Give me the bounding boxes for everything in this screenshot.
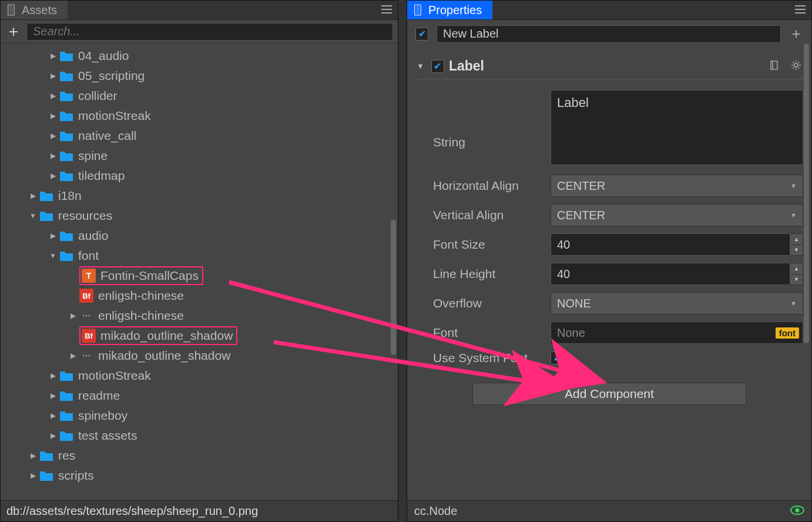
prop-lineheight-row: Line Height ▲ ▼ <box>415 263 803 285</box>
halign-dropdown[interactable]: CENTER ▼ <box>551 175 803 197</box>
caret-icon: ▶ <box>49 431 57 440</box>
tree-item[interactable]: ▶native_call <box>1 126 398 146</box>
gear-icon[interactable] <box>790 59 802 73</box>
tree-item[interactable]: ▶test assets <box>1 426 398 446</box>
caret-icon: ▶ <box>49 392 57 400</box>
lineheight-input[interactable] <box>551 263 790 285</box>
component-caret-icon: ▼ <box>417 62 424 71</box>
tree-item[interactable]: ▶tiledmap <box>1 166 398 186</box>
caret-icon: ▶ <box>49 152 57 160</box>
tree-item[interactable]: ▶readme <box>1 386 398 406</box>
tree-item[interactable]: ▶res <box>1 446 398 466</box>
tree-item-label: enligsh-chinese <box>98 309 184 323</box>
folder-icon <box>39 210 53 222</box>
properties-body: ✔ + ▼ ✔ Label String Horizontal <box>407 20 811 500</box>
component-header[interactable]: ▼ ✔ Label <box>415 55 803 79</box>
tree-item[interactable]: Bfenligsh-chinese <box>1 286 398 306</box>
lineheight-up[interactable]: ▲ <box>790 263 803 275</box>
valign-dropdown[interactable]: CENTER ▼ <box>551 204 803 226</box>
properties-scrollbar[interactable] <box>804 44 809 343</box>
caret-icon: ▶ <box>29 451 37 460</box>
tree-item-label: mikado_outline_shadow <box>98 349 230 363</box>
add-component-button[interactable]: Add Component <box>472 383 746 405</box>
use-system-font-checkbox[interactable]: ✔ <box>551 352 563 364</box>
node-enabled-checkbox[interactable]: ✔ <box>415 28 428 41</box>
fontsize-down[interactable]: ▼ <box>790 245 803 256</box>
assets-tab-label: Assets <box>22 4 57 17</box>
tree-item-label: resources <box>58 209 112 223</box>
fontsize-spinner: ▲ ▼ <box>551 233 803 256</box>
tree-item-label: scripts <box>58 469 94 483</box>
folder-icon <box>59 90 73 102</box>
caret-icon: ▶ <box>69 352 77 360</box>
lineheight-spinner: ▲ ▼ <box>551 263 803 285</box>
tree-item[interactable]: ▶motionStreak <box>1 106 398 126</box>
tree-item[interactable]: Bfmikado_outline_shadow <box>1 326 398 346</box>
chevron-down-icon: ▼ <box>790 300 797 307</box>
assets-tab-bar: Assets <box>1 1 398 20</box>
node-name-input[interactable] <box>437 25 781 43</box>
text-icon: ⋯ <box>79 309 93 323</box>
eye-icon[interactable] <box>790 504 804 518</box>
tree-item[interactable]: ▶i18n <box>1 186 398 206</box>
overflow-value: NONE <box>557 297 591 310</box>
node-name-row: ✔ + <box>415 25 803 43</box>
help-icon[interactable] <box>769 59 781 73</box>
properties-menu-icon[interactable] <box>794 4 807 17</box>
prop-font-label: Font <box>433 326 551 340</box>
folder-icon <box>39 190 53 202</box>
tree-item[interactable]: ▶04_audio <box>1 46 398 66</box>
tree-item[interactable]: ▶spine <box>1 146 398 166</box>
prop-usesys-row: Use System Font ✔ <box>415 351 803 365</box>
overflow-dropdown[interactable]: NONE ▼ <box>551 292 803 314</box>
tree-item[interactable]: ▶audio <box>1 226 398 246</box>
folder-icon <box>59 50 73 62</box>
tree-item[interactable]: ▶collider <box>1 86 398 106</box>
tree-item-label: res <box>58 449 75 463</box>
tree-item[interactable]: ▼font <box>1 246 398 266</box>
tree-item[interactable]: TFontin-SmallCaps <box>1 266 398 286</box>
tree-item[interactable]: ▶05_scripting <box>1 66 398 86</box>
tree-item-label: enligsh-chinese <box>98 289 184 303</box>
add-component-label: Add Component <box>565 387 654 401</box>
prop-fontsize-row: Font Size ▲ ▼ <box>415 233 803 256</box>
properties-tab[interactable]: Properties <box>407 1 492 19</box>
prop-string-label: String <box>433 108 551 149</box>
search-input[interactable] <box>26 23 393 41</box>
fontsize-spinner-btns: ▲ ▼ <box>790 233 803 256</box>
fontsize-up[interactable]: ▲ <box>790 234 803 245</box>
lineheight-down[interactable]: ▼ <box>790 275 803 285</box>
tree-item-label: Fontin-SmallCaps <box>100 269 199 283</box>
text-icon: ⋯ <box>79 349 93 363</box>
tree-item-label: i18n <box>58 189 82 203</box>
caret-icon: ▶ <box>69 312 77 320</box>
tree-item[interactable]: ▶motionStreak <box>1 366 398 386</box>
tree-item-label: 04_audio <box>78 49 129 63</box>
prop-overflow-label: Overflow <box>433 296 551 310</box>
folder-icon <box>59 110 73 122</box>
svg-point-16 <box>794 63 798 67</box>
assets-menu-icon[interactable] <box>380 4 393 17</box>
caret-icon: ▶ <box>49 411 57 420</box>
bmfont-icon: Bf <box>79 289 93 303</box>
string-textarea[interactable] <box>551 90 803 165</box>
fontsize-input[interactable] <box>551 233 790 256</box>
tree-item[interactable]: ▼resources <box>1 206 398 226</box>
properties-panel: Properties ✔ + ▼ ✔ Label <box>407 0 812 522</box>
assets-tree: ▶04_audio▶05_scripting▶collider▶motionSt… <box>1 44 398 500</box>
assets-tab[interactable]: Assets <box>1 1 68 19</box>
add-asset-button[interactable]: + <box>6 22 21 41</box>
tree-item[interactable]: ▶⋯enligsh-chinese <box>1 306 398 326</box>
tree-scrollbar[interactable] <box>391 220 396 355</box>
tree-item-label: audio <box>78 229 108 243</box>
font-slot[interactable]: None font <box>551 322 803 344</box>
tree-item[interactable]: ▶spineboy <box>1 406 398 426</box>
component-enabled-checkbox[interactable]: ✔ <box>431 60 444 73</box>
tree-item[interactable]: ▶⋯mikado_outline_shadow <box>1 346 398 366</box>
tree-item[interactable]: ▶scripts <box>1 466 398 486</box>
folder-icon <box>59 410 73 421</box>
add-component-plus[interactable]: + <box>789 25 803 43</box>
folder-icon <box>39 450 53 461</box>
prop-overflow-row: Overflow NONE ▼ <box>415 292 803 314</box>
assets-panel: Assets + ▶04_audio▶05_scripting▶collider… <box>0 0 398 522</box>
